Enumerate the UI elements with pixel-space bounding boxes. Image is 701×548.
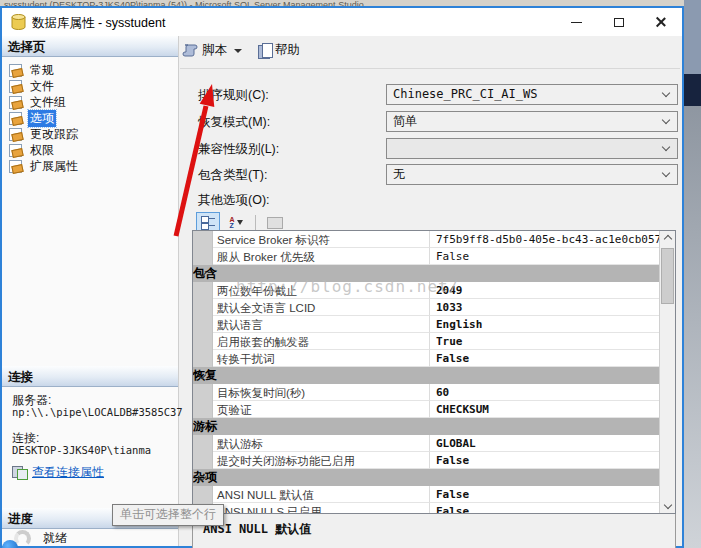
- row-margin: [193, 299, 213, 316]
- screen: sysstudent (DESKTOP-3JKS40P\tianma (54))…: [0, 0, 701, 548]
- scroll-down-button[interactable]: [660, 497, 675, 513]
- property-name: 目标恢复时间(秒): [213, 384, 430, 401]
- property-row[interactable]: Service Broker 标识符7f5b9ff8-d5b0-405e-bc4…: [193, 231, 659, 248]
- property-row[interactable]: 默认语言English: [193, 316, 659, 333]
- property-row[interactable]: 两位数年份截止2049: [193, 282, 659, 299]
- property-category-row[interactable]: 包含: [193, 265, 659, 282]
- chevron-down-icon: [662, 169, 670, 177]
- sidebar-item-label: 文件: [28, 78, 56, 95]
- property-value[interactable]: 7f5b9ff8-d5b0-405e-bc43-ac1e0cb0579b: [430, 231, 659, 248]
- sidebar-item-文件组[interactable]: 文件组: [2, 94, 178, 110]
- dialog-titlebar[interactable]: 数据库属性 - sysstudent: [2, 8, 682, 36]
- database-icon: [11, 14, 26, 30]
- property-value[interactable]: CHECKSUM: [430, 401, 659, 418]
- compatibility-level-label: 兼容性级别(L):: [198, 141, 279, 158]
- sort-az-icon: AZ: [229, 217, 234, 229]
- categorized-icon: [201, 216, 215, 229]
- property-name: 启用嵌套的触发器: [213, 333, 430, 350]
- toolbar-separator: [180, 68, 680, 69]
- property-page-icon: [9, 96, 23, 108]
- property-description-panel: ANSI NULL 默认值: [192, 514, 676, 548]
- sidebar-item-更改跟踪[interactable]: 更改跟踪: [2, 126, 178, 142]
- property-name: ANSI NULL 默认值: [213, 486, 430, 503]
- property-name: 转换干扰词: [213, 350, 430, 367]
- containment-type-label: 包含类型(T):: [198, 167, 267, 184]
- property-value[interactable]: False: [430, 248, 659, 265]
- database-properties-dialog: 数据库属性 - sysstudent 选择页 常规文件文件组选项更改跟踪权限扩展…: [0, 6, 684, 548]
- row-margin: [193, 350, 213, 367]
- property-value[interactable]: 1033: [430, 299, 659, 316]
- collation-select[interactable]: Chinese_PRC_CI_AI_WS: [386, 84, 678, 105]
- row-margin: [193, 333, 213, 350]
- other-options-label: 其他选项(O):: [198, 192, 270, 209]
- scrollbar-thumb[interactable]: [661, 248, 674, 304]
- minimize-button[interactable]: [559, 8, 593, 36]
- scroll-up-button[interactable]: [660, 231, 675, 247]
- property-row[interactable]: 转换干扰词False: [193, 350, 659, 367]
- sidebar-item-label: 扩展属性: [28, 158, 80, 175]
- property-value[interactable]: GLOBAL: [430, 435, 659, 452]
- property-name: 默认全文语言 LCID: [213, 299, 430, 316]
- property-value[interactable]: English: [430, 316, 659, 333]
- sidebar-item-权限[interactable]: 权限: [2, 142, 178, 158]
- left-panel: 选择页 常规文件文件组选项更改跟踪权限扩展属性 连接 服务器: np:\\.\p…: [2, 36, 179, 546]
- property-value[interactable]: False: [430, 350, 659, 367]
- property-value[interactable]: False: [430, 452, 659, 469]
- row-margin: [193, 248, 213, 265]
- close-icon: [655, 16, 667, 28]
- property-name: 服从 Broker 优先级: [213, 248, 430, 265]
- row-margin: [193, 401, 213, 418]
- property-category-row[interactable]: 杂项: [193, 469, 659, 486]
- collation-value: Chinese_PRC_CI_AI_WS: [393, 87, 538, 101]
- property-row[interactable]: 默认全文语言 LCID1033: [193, 299, 659, 316]
- property-page-icon: [9, 64, 23, 76]
- property-row[interactable]: 服从 Broker 优先级False: [193, 248, 659, 265]
- minimize-icon: [571, 22, 582, 23]
- dialog-toolbar: 脚本 帮助: [182, 42, 300, 59]
- sidebar-item-文件[interactable]: 文件: [2, 78, 178, 94]
- property-value[interactable]: False: [430, 486, 659, 503]
- sidebar-item-扩展属性[interactable]: 扩展属性: [2, 158, 178, 174]
- property-row[interactable]: 启用嵌套的触发器True: [193, 333, 659, 350]
- sidebar-item-label: 更改跟踪: [28, 126, 80, 143]
- row-margin: [193, 452, 213, 469]
- property-name: Service Broker 标识符: [213, 231, 430, 248]
- maximize-button[interactable]: [602, 8, 636, 36]
- property-grid: Service Broker 标识符7f5b9ff8-d5b0-405e-bc4…: [192, 230, 676, 514]
- property-value[interactable]: False: [430, 503, 659, 514]
- property-row[interactable]: 提交时关闭游标功能已启用False: [193, 452, 659, 469]
- page-list: 常规文件文件组选项更改跟踪权限扩展属性: [2, 62, 178, 174]
- help-icon: [258, 43, 271, 58]
- script-dropdown-icon[interactable]: [234, 49, 242, 53]
- recovery-model-select[interactable]: 简单: [386, 111, 678, 132]
- property-row[interactable]: 页验证CHECKSUM: [193, 401, 659, 418]
- property-category-row[interactable]: 恢复: [193, 367, 659, 384]
- grid-scrollbar[interactable]: [659, 231, 675, 513]
- property-row[interactable]: ANSI NULLS 已启用False: [193, 503, 659, 514]
- compatibility-level-select[interactable]: [386, 138, 678, 159]
- property-page-icon: [9, 144, 23, 156]
- script-button[interactable]: 脚本: [182, 42, 242, 59]
- containment-type-select[interactable]: 无: [386, 164, 678, 185]
- server-value: np:\\.\pipe\LOCALDB#3585C37: [12, 406, 183, 418]
- close-button[interactable]: [644, 8, 678, 36]
- help-button[interactable]: 帮助: [258, 42, 300, 59]
- row-margin: [193, 231, 213, 248]
- view-connection-properties-link[interactable]: 查看连接属性: [32, 464, 104, 481]
- property-category-row[interactable]: 游标: [193, 418, 659, 435]
- sidebar-item-常规[interactable]: 常规: [2, 62, 178, 78]
- property-row[interactable]: 目标恢复时间(秒)60: [193, 384, 659, 401]
- property-row[interactable]: ANSI NULL 默认值False: [193, 486, 659, 503]
- property-value[interactable]: 60: [430, 384, 659, 401]
- property-name: 默认语言: [213, 316, 430, 333]
- sidebar-item-label: 常规: [28, 62, 56, 79]
- recovery-model-value: 简单: [393, 114, 417, 128]
- sidebar-item-选项[interactable]: 选项: [2, 110, 178, 126]
- row-margin: [193, 316, 213, 333]
- sidebar-item-label: 文件组: [28, 94, 68, 111]
- property-value[interactable]: True: [430, 333, 659, 350]
- property-row[interactable]: 默认游标GLOBAL: [193, 435, 659, 452]
- connection-value: DESKTOP-3JKS40P\tianma: [12, 444, 151, 456]
- property-value[interactable]: 2049: [430, 282, 659, 299]
- containment-type-value: 无: [393, 167, 405, 181]
